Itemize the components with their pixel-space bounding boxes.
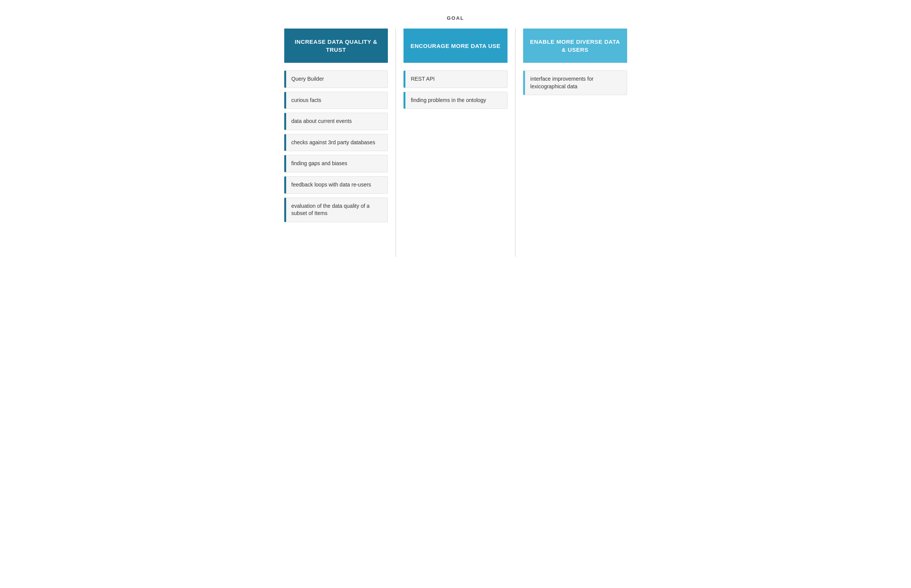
column-header-col2: ENCOURAGE MORE DATA USE [404, 29, 507, 63]
column-divider [396, 29, 396, 257]
column-col3: ENABLE MORE DIVERSE DATA & USERSinterfac… [523, 29, 627, 95]
items-list-col1: Query Buildercurious factsdata about cur… [284, 70, 388, 222]
list-item: evaluation of the data quality of a subs… [284, 197, 388, 222]
column-col1: INCREASE DATA QUALITY & TRUSTQuery Build… [284, 29, 388, 222]
list-item: curious facts [284, 92, 388, 109]
list-item: data about current events [284, 113, 388, 130]
list-item: finding problems in the ontology [404, 92, 507, 109]
page-wrapper: GOAL INCREASE DATA QUALITY & TRUSTQuery … [284, 15, 627, 257]
column-col2: ENCOURAGE MORE DATA USEREST APIfinding p… [404, 29, 507, 109]
list-item: feedback loops with data re-users [284, 176, 388, 194]
list-item: checks against 3rd party databases [284, 134, 388, 152]
list-item: interface improvements for lexicographic… [523, 70, 627, 95]
columns-container: INCREASE DATA QUALITY & TRUSTQuery Build… [284, 29, 627, 257]
list-item: finding gaps and biases [284, 155, 388, 173]
column-header-col3: ENABLE MORE DIVERSE DATA & USERS [523, 29, 627, 63]
column-header-col1: INCREASE DATA QUALITY & TRUST [284, 29, 388, 63]
list-item: REST API [404, 70, 507, 88]
goal-label: GOAL [284, 15, 627, 21]
column-divider [515, 29, 515, 257]
list-item: Query Builder [284, 70, 388, 88]
items-list-col3: interface improvements for lexicographic… [523, 70, 627, 95]
items-list-col2: REST APIfinding problems in the ontology [404, 70, 507, 109]
